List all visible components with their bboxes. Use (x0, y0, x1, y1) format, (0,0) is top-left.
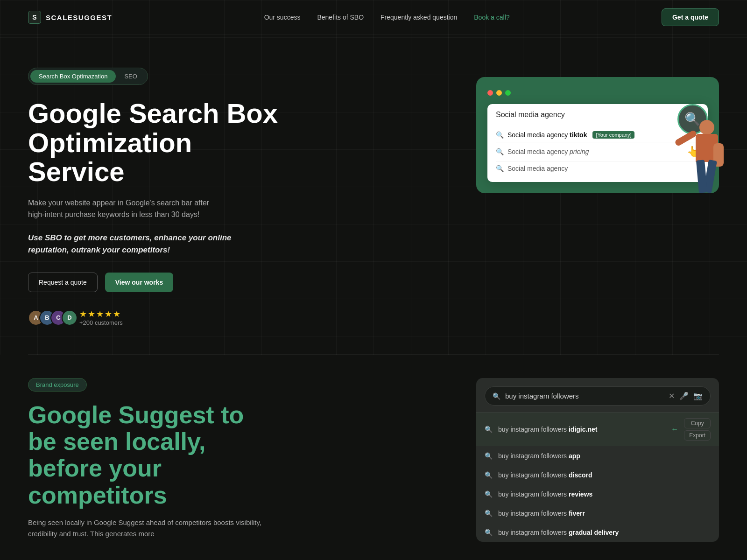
star-rating: ★★★★★ (79, 309, 123, 319)
gsm-search-text: buy instagram followers (505, 392, 664, 400)
search-suggestion-2: 🔍 Social media agency pricing 👆 (496, 142, 699, 161)
nav-faq[interactable]: Frequently asked question (381, 14, 457, 21)
export-button[interactable]: Export (684, 430, 711, 441)
hero-title: Google Search Box Optimization Service (28, 99, 289, 187)
stars-count: ★★★★★ +200 customers (79, 309, 123, 326)
search-suggestion-1: 🔍 Social media agency tiktok [Your compa… (496, 128, 699, 142)
search-icon-sm: 🔍 (485, 426, 493, 433)
gsm-search-row: 🔍 buy instagram followers ✕ 🎤 📷 (485, 386, 711, 406)
logo[interactable]: S SCALESUGGEST (28, 11, 112, 24)
search-icon-sm: 🔍 (485, 529, 493, 536)
search-icon-sm: 🔍 (485, 490, 493, 498)
tab-seo[interactable]: SEO (116, 70, 145, 83)
gsm-result-item: 🔍 buy instagram followers app (476, 447, 719, 466)
hero-tagline: Use SBO to get more customers, enhance y… (28, 232, 252, 256)
search-illustration: 🔍 Social media agency 🔍 Social media age… (476, 77, 719, 193)
gsm-result-item: 🔍 buy instagram followers discord (476, 466, 719, 485)
gsm-result-item: 🔍 buy instagram followers gradual delive… (476, 523, 719, 542)
your-company-badge: [Your company] (592, 131, 634, 139)
hero-buttons: Request a quote View our works (28, 273, 289, 292)
gsm-search-icon: 🔍 (493, 392, 500, 400)
search-main-text: Social media agency (496, 111, 699, 123)
nav-benefits-sbo[interactable]: Benefits of SBO (317, 14, 364, 21)
section2-left: Brand exposure Google Suggest to be seen… (28, 378, 271, 539)
section2-title: Google Suggest to be seen locally, befor… (28, 402, 271, 509)
nav-our-success[interactable]: Our success (264, 14, 301, 21)
browser-dots (487, 90, 708, 96)
nav-book-call[interactable]: Book a call? (474, 14, 509, 21)
hero-section: Search Box Optimazation SEO Google Searc… (0, 35, 747, 354)
search-icon-sm: 🔍 (485, 510, 493, 517)
view-works-button[interactable]: View our works (105, 273, 173, 292)
brand-exposure-badge: Brand exposure (28, 378, 87, 392)
navbar: S SCALESUGGEST Our success Benefits of S… (0, 0, 747, 35)
request-quote-button[interactable]: Request a quote (28, 273, 98, 292)
dot-red (487, 90, 493, 96)
hero-right: 🔍 Social media agency 🔍 Social media age… (476, 77, 719, 193)
arrow-icon: ← (671, 425, 678, 434)
hero-subtitle: Make your website appear in Google's sea… (28, 197, 224, 221)
section2-title-accent: before your competitors (28, 455, 167, 508)
search-box-mockup: 🔍 Social media agency 🔍 Social media age… (487, 104, 708, 182)
hero-left: Search Box Optimazation SEO Google Searc… (28, 54, 289, 326)
section2-right: 🔍 buy instagram followers ✕ 🎤 📷 🔍 buy in… (476, 378, 719, 542)
brand-name: SCALESUGGEST (46, 14, 112, 21)
gsm-result-item: 🔍 buy instagram followers reviews (476, 485, 719, 504)
avatars: A B C D (28, 310, 73, 326)
section2: Brand exposure Google Suggest to be seen… (0, 355, 747, 560)
gsm-result-text-3: buy instagram followers discord (498, 471, 711, 479)
search-suggestion-3: 🔍 Social media agency (496, 161, 699, 175)
get-quote-button[interactable]: Get a quote (662, 8, 719, 26)
gsm-result-text-6: buy instagram followers gradual delivery (498, 529, 711, 536)
gsm-icons-right: ✕ 🎤 📷 (669, 392, 703, 400)
avatar: D (62, 310, 78, 326)
logo-icon: S (28, 11, 41, 24)
gsm-result-item: 🔍 buy instagram followers idigic.net ← C… (476, 413, 719, 447)
section2-desc: Being seen locally in Google Suggest ahe… (28, 517, 271, 539)
google-search-mockup: 🔍 buy instagram followers ✕ 🎤 📷 🔍 buy in… (476, 378, 719, 542)
dot-yellow (496, 90, 502, 96)
search-icon-sm: 🔍 (485, 471, 493, 479)
copy-button[interactable]: Copy (684, 418, 711, 428)
nav-links: Our success Benefits of SBO Frequently a… (264, 13, 510, 21)
tab-pills: Search Box Optimazation SEO (28, 68, 148, 85)
tab-sbo[interactable]: Search Box Optimazation (30, 70, 116, 83)
search-icon-sm: 🔍 (485, 452, 493, 460)
person-illustration (681, 120, 727, 197)
gsm-result-text-2: buy instagram followers app (498, 452, 711, 460)
mic-icon[interactable]: 🎤 (679, 392, 689, 400)
customers-count: +200 customers (79, 319, 123, 326)
gsm-header: 🔍 buy instagram followers ✕ 🎤 📷 (476, 386, 719, 413)
gsm-result-text-1: buy instagram followers idigic.net (498, 426, 663, 433)
gsm-results: 🔍 buy instagram followers idigic.net ← C… (476, 413, 719, 542)
gsm-actions: Copy Export (684, 418, 711, 441)
dot-green-browser (505, 90, 511, 96)
gsm-result-item: 🔍 buy instagram followers fiverr (476, 504, 719, 523)
gsm-result-text-4: buy instagram followers reviews (498, 490, 711, 498)
clear-icon[interactable]: ✕ (669, 392, 675, 400)
gsm-result-text-5: buy instagram followers fiverr (498, 510, 711, 517)
social-proof: A B C D ★★★★★ +200 customers (28, 309, 289, 326)
camera-icon[interactable]: 📷 (693, 392, 703, 400)
